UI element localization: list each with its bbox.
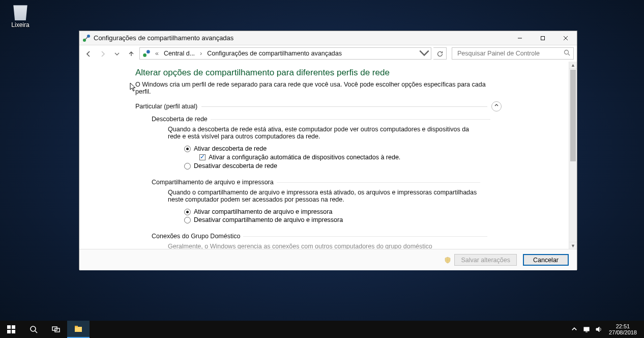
radio-fs-off[interactable]: Desativar compartilhamento de arquivo e … bbox=[184, 216, 502, 223]
recent-locations-button[interactable] bbox=[111, 47, 123, 60]
network-discovery-title: Descoberta de rede bbox=[152, 116, 502, 123]
close-button[interactable] bbox=[554, 31, 577, 45]
homegroup-title: Conexões do Grupo Doméstico bbox=[152, 233, 502, 240]
radio-icon bbox=[184, 209, 191, 215]
save-changes-button[interactable]: Salvar alterações bbox=[454, 254, 517, 266]
svg-rect-11 bbox=[12, 325, 15, 329]
breadcrumb-separator-icon: › bbox=[198, 50, 204, 57]
tray-overflow-button[interactable] bbox=[568, 321, 580, 338]
window-title: Configurações de compartilhamento avança… bbox=[94, 34, 233, 42]
clock-time: 22:51 bbox=[609, 323, 637, 329]
tray-network-icon[interactable] bbox=[580, 321, 593, 338]
radio-label: Ativar compartilhamento de arquivo e imp… bbox=[194, 208, 332, 215]
svg-point-7 bbox=[147, 50, 150, 53]
titlebar[interactable]: Configurações de compartilhamento avança… bbox=[79, 31, 577, 45]
page-title: Alterar opções de compartilhamento para … bbox=[135, 68, 502, 78]
homegroup-explain: Geralmente, o Windows gerencia as conexõ… bbox=[152, 243, 477, 249]
svg-rect-13 bbox=[12, 330, 15, 333]
svg-point-14 bbox=[31, 326, 36, 331]
forward-button[interactable] bbox=[97, 47, 109, 60]
check-auto-config[interactable]: Ativar a configuração automática de disp… bbox=[199, 154, 502, 161]
radio-nd-off[interactable]: Desativar descoberta de rede bbox=[184, 162, 502, 170]
back-button[interactable] bbox=[82, 47, 95, 60]
svg-point-6 bbox=[143, 53, 147, 57]
recycle-bin[interactable]: Lixeira bbox=[5, 2, 36, 29]
recycle-bin-icon bbox=[11, 2, 30, 20]
taskbar-search-button[interactable] bbox=[22, 321, 45, 338]
profile-label: Particular (perfil atual) bbox=[135, 103, 197, 110]
svg-rect-18 bbox=[75, 327, 82, 332]
radio-icon bbox=[184, 217, 191, 223]
svg-rect-10 bbox=[7, 325, 11, 329]
tray-volume-icon[interactable] bbox=[593, 321, 605, 338]
svg-rect-3 bbox=[541, 37, 544, 40]
taskbar[interactable]: 22:51 27/08/2018 bbox=[0, 321, 644, 338]
svg-line-15 bbox=[35, 331, 37, 333]
svg-line-9 bbox=[568, 54, 570, 56]
breadcrumb-part-central[interactable]: Central d... bbox=[161, 50, 198, 57]
refresh-button[interactable] bbox=[433, 47, 447, 60]
navbar: « Central d... › Configurações de compar… bbox=[79, 45, 577, 62]
task-view-button[interactable] bbox=[45, 321, 67, 338]
up-button[interactable] bbox=[125, 47, 137, 60]
control-panel-window: Configurações de compartilhamento avança… bbox=[79, 31, 577, 270]
svg-rect-12 bbox=[7, 330, 11, 333]
maximize-button[interactable] bbox=[531, 31, 554, 45]
breadcrumb-overflow-icon[interactable]: « bbox=[153, 50, 161, 57]
svg-point-8 bbox=[565, 50, 569, 54]
page-intro: O Windows cria um perfil de rede separad… bbox=[135, 81, 491, 95]
recycle-bin-label: Lixeira bbox=[5, 21, 36, 29]
radio-label: Ativar descoberta de rede bbox=[194, 145, 267, 152]
scroll-thumb[interactable] bbox=[570, 70, 576, 161]
file-share-title: Compartilhamento de arquivo e impressora bbox=[152, 179, 502, 186]
minimize-button[interactable] bbox=[508, 31, 531, 45]
address-bar[interactable]: « Central d... › Configurações de compar… bbox=[139, 47, 431, 60]
radio-icon bbox=[184, 163, 191, 170]
collapse-toggle[interactable] bbox=[491, 101, 502, 111]
file-share-explain: Quando o compartilhamento de arquivo e i… bbox=[152, 189, 477, 203]
start-button[interactable] bbox=[0, 321, 22, 338]
radio-nd-on[interactable]: Ativar descoberta de rede bbox=[184, 145, 502, 152]
profile-section-header[interactable]: Particular (perfil atual) bbox=[135, 101, 502, 111]
radio-icon bbox=[184, 146, 191, 152]
taskbar-clock[interactable]: 22:51 27/08/2018 bbox=[605, 323, 641, 335]
search-box[interactable] bbox=[452, 47, 574, 60]
breadcrumb-part-current[interactable]: Configurações de compartilhamento avança… bbox=[204, 50, 345, 57]
network-sharing-icon bbox=[82, 34, 91, 42]
address-history-button[interactable] bbox=[418, 46, 431, 61]
radio-label: Desativar compartilhamento de arquivo e … bbox=[194, 216, 343, 223]
checkbox-icon bbox=[199, 154, 206, 160]
shield-icon bbox=[444, 257, 451, 264]
search-input[interactable] bbox=[456, 49, 564, 58]
taskbar-file-explorer[interactable] bbox=[67, 321, 90, 338]
breadcrumb-icon bbox=[142, 49, 151, 58]
dialog-footer: Salvar alterações Cancelar bbox=[79, 249, 577, 270]
radio-fs-on[interactable]: Ativar compartilhamento de arquivo e imp… bbox=[184, 208, 502, 215]
network-discovery-explain: Quando a descoberta de rede está ativa, … bbox=[152, 126, 477, 140]
radio-label: Desativar descoberta de rede bbox=[194, 162, 277, 170]
cancel-button[interactable]: Cancelar bbox=[523, 254, 569, 266]
scroll-up-button[interactable]: ▲ bbox=[569, 62, 577, 69]
svg-rect-20 bbox=[584, 327, 589, 331]
clock-date: 27/08/2018 bbox=[609, 329, 637, 335]
search-icon[interactable] bbox=[564, 49, 570, 58]
scroll-down-button[interactable]: ▼ bbox=[569, 242, 577, 249]
svg-rect-19 bbox=[75, 326, 78, 327]
checkbox-label: Ativar a configuração automática de disp… bbox=[209, 154, 400, 161]
vertical-scrollbar[interactable]: ▲ ▼ bbox=[569, 62, 577, 249]
